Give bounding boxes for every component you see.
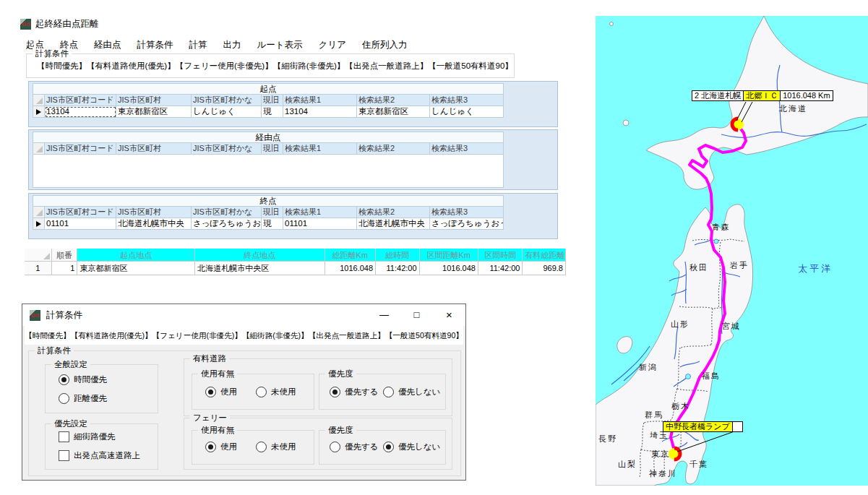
cell-current-old[interactable]: 現 (262, 218, 283, 230)
header-cell[interactable]: JIS市区町村コード (45, 207, 116, 218)
menu-calc-conditions[interactable]: 計算条件 (137, 39, 173, 51)
cell-toll-distance[interactable]: 969.8 (523, 262, 566, 275)
row-selector[interactable] (33, 106, 45, 118)
header-cell[interactable]: 検索結果2 (357, 143, 430, 155)
header-cell[interactable]: JIS市区町村コード (45, 143, 116, 155)
checkbox-label: 細街路優先 (74, 431, 116, 442)
radio-label: 使用 (220, 387, 237, 397)
radio-time-priority[interactable]: 時間優先 (59, 374, 107, 385)
header-cell[interactable]: JIS市区町村 (116, 95, 192, 106)
route-map: 北海道青森秋田岩手山形宮城新潟福島栃木群馬長野埼玉東京山梨千葉神奈川太平洋 2 … (596, 16, 868, 486)
header-cell[interactable]: 現旧 (262, 143, 283, 155)
corner-triangle-icon (43, 253, 50, 259)
cell-result1[interactable]: 13104 (283, 106, 357, 118)
cell-start-place[interactable]: 東京都新宿区 (77, 262, 195, 275)
header-cell[interactable]: 検索結果1 (283, 143, 357, 155)
okushiri-island (623, 120, 629, 126)
cell-section-distance[interactable]: 1016.048 (420, 262, 478, 275)
cell-total-distance[interactable]: 1016.048 (325, 262, 376, 275)
maximize-button[interactable]: □ (400, 304, 433, 325)
radio-toll-prioritize[interactable]: 優先する (330, 387, 379, 397)
menu-calculate[interactable]: 計算 (189, 39, 207, 51)
cell-city[interactable]: 北海道札幌市中央 (116, 218, 192, 230)
map-label: 栃木 (671, 402, 690, 410)
cell-result2[interactable]: 北海道札幌市中央 (357, 218, 430, 230)
header-cell[interactable]: JIS市区町村かな (192, 95, 262, 106)
menu-via[interactable]: 経由点 (94, 39, 121, 51)
radio-toll-no-prioritize[interactable]: 優先しない (383, 387, 440, 397)
header-cell[interactable]: 検索結果3 (430, 207, 504, 218)
select-all-cell[interactable] (33, 95, 45, 106)
header-cell[interactable]: 検索結果2 (357, 207, 430, 218)
header-toll-distance[interactable]: 有料総距離Km (523, 249, 566, 262)
header-total-time[interactable]: 総時間 (376, 249, 420, 262)
menu-bar: 起点 終点 経由点 計算条件 計算 出力 ルート表示 クリア 住所列入力 (26, 38, 407, 51)
radio-ferry-prioritize[interactable]: 優先する (330, 442, 379, 452)
select-all-cell[interactable] (25, 249, 52, 262)
table-row: 01101 北海道札幌市中央 さっぽろちゅうおう 現 01101 北海道札幌市中… (33, 218, 504, 230)
cell-jis-code[interactable]: 13104 (45, 106, 116, 118)
radio-toll-no-use[interactable]: 未使用 (256, 387, 296, 397)
radio-ferry-no-use[interactable]: 未使用 (256, 442, 296, 452)
header-total-distance[interactable]: 総距離Km (325, 249, 376, 262)
checkbox-start-on-highway[interactable]: 出発点高速道路上 (59, 450, 140, 461)
radio-ferry-use[interactable]: 使用 (205, 442, 237, 452)
ferry-group: フェリー 使用有無 使用 未使用 優先度 優先する (184, 418, 452, 470)
cell-current-old[interactable]: 現 (262, 106, 283, 118)
header-cell[interactable]: JIS市区町村 (116, 207, 192, 218)
menu-route-display[interactable]: ルート表示 (257, 39, 303, 51)
map-label: 神奈川 (649, 469, 677, 478)
header-section-distance[interactable]: 区間距離Km (420, 249, 478, 262)
select-all-cell[interactable] (33, 207, 45, 218)
cell-result2[interactable]: 東京都新宿区 (357, 106, 430, 118)
cell-kana[interactable]: さっぽろちゅうおう (192, 218, 262, 230)
header-cell[interactable]: 検索結果3 (430, 95, 504, 106)
cell-result1[interactable]: 01101 (283, 218, 357, 230)
header-cell[interactable]: 現旧 (262, 207, 283, 218)
header-cell[interactable]: JIS市区町村コード (45, 95, 116, 106)
header-section-time[interactable]: 区間時間 (478, 249, 523, 262)
header-seq[interactable]: 順番 (52, 249, 78, 262)
cell-city[interactable]: 東京都新宿区 (116, 106, 192, 118)
radio-ferry-no-prioritize[interactable]: 優先しない (383, 442, 440, 452)
callout-highlight-text: 北郷ＩＣ (743, 91, 781, 100)
radio-distance-priority[interactable]: 距離優先 (59, 393, 107, 404)
lake-inawashiro (686, 374, 691, 379)
menu-output[interactable]: 出力 (223, 39, 241, 51)
header-cell[interactable]: JIS市区町村かな (192, 207, 262, 218)
header-end-place[interactable]: 終点地点 (195, 249, 325, 262)
header-cell[interactable]: 検索結果3 (430, 143, 504, 155)
cell-result3[interactable]: しんじゅく (430, 106, 504, 118)
header-cell[interactable]: 検索結果1 (283, 95, 357, 106)
current-row-icon (36, 221, 41, 227)
close-button[interactable]: × (433, 304, 465, 325)
menu-address-input[interactable]: 住所列入力 (362, 39, 408, 51)
map-label: 群馬 (645, 410, 663, 419)
cell-section-time[interactable]: 11:42:00 (478, 262, 523, 275)
row-number[interactable]: 1 (25, 262, 52, 275)
cell-jis-code[interactable]: 01101 (45, 218, 116, 230)
checkbox-label: 出発点高速道路上 (74, 450, 140, 461)
cell-result3[interactable]: さっぽろちゅうおう (430, 218, 504, 230)
select-all-cell[interactable] (33, 143, 45, 155)
start-table-title: 起点 (33, 84, 504, 95)
cell-seq[interactable]: 1 (52, 262, 78, 275)
radio-toll-use[interactable]: 使用 (205, 387, 237, 397)
cell-kana[interactable]: しんじゅく (192, 106, 262, 118)
menu-clear[interactable]: クリア (319, 39, 346, 51)
window-title-text: 起終経由点距離 (35, 18, 99, 30)
header-cell[interactable]: 検索結果2 (357, 95, 430, 106)
header-cell[interactable]: 現旧 (262, 95, 283, 106)
group-label: 優先設定 (51, 418, 90, 429)
row-selector[interactable] (33, 218, 45, 230)
cell-end-place[interactable]: 北海道札幌市中央区 (195, 262, 325, 275)
header-cell[interactable]: 検索結果1 (283, 207, 357, 218)
radio-icon (59, 393, 69, 404)
minimize-button[interactable]: — (368, 304, 400, 325)
checkbox-narrow-streets[interactable]: 細街路優先 (59, 431, 116, 442)
header-start-place[interactable]: 起点地点 (77, 249, 195, 262)
header-cell[interactable]: JIS市区町村かな (192, 143, 262, 155)
header-cell[interactable]: JIS市区町村 (116, 143, 192, 155)
cell-total-time[interactable]: 11:42:00 (376, 262, 420, 275)
conditions-groupbox: 計算条件 【時間優先】【有料道路使用(優先)】【フェリー使用(非優先)】【細街路… (26, 53, 515, 78)
